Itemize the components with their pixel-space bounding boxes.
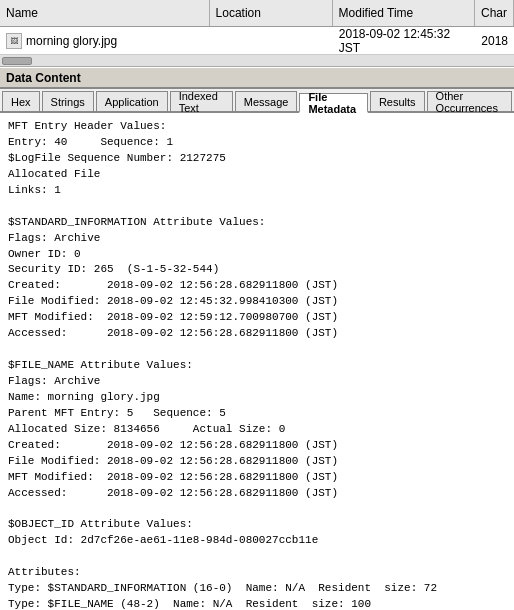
scroll-thumb[interactable] [2,57,32,65]
header-modified: Modified Time [333,0,475,26]
content-area: MFT Entry Header Values: Entry: 40 Seque… [0,113,514,610]
section-header: Data Content [0,67,514,89]
table-header: Name Location Modified Time Char [0,0,514,27]
tab-application[interactable]: Application [96,91,168,111]
tab-strings[interactable]: Strings [42,91,94,111]
metadata-content: MFT Entry Header Values: Entry: 40 Seque… [8,119,506,610]
file-modified-cell: 2018-09-02 12:45:32 JST [333,27,476,54]
header-location: Location [210,0,333,26]
tabs-container: Hex Strings Application Indexed Text Mes… [0,89,514,113]
tab-other-occurrences[interactable]: Other Occurrences [427,91,512,111]
tab-results[interactable]: Results [370,91,425,111]
file-char-cell: 2018 [475,27,514,54]
tab-file-metadata[interactable]: File Metadata [299,93,368,113]
horizontal-scrollbar[interactable] [0,55,514,67]
header-name: Name [0,0,210,26]
tab-hex[interactable]: Hex [2,91,40,111]
tab-message[interactable]: Message [235,91,298,111]
file-name-cell: 🖼 morning glory.jpg [0,27,210,54]
header-char: Char [475,0,514,26]
tab-indexed-text[interactable]: Indexed Text [170,91,233,111]
file-location-cell [210,27,333,54]
file-row[interactable]: 🖼 morning glory.jpg 2018-09-02 12:45:32 … [0,27,514,55]
file-icon: 🖼 [6,33,22,49]
